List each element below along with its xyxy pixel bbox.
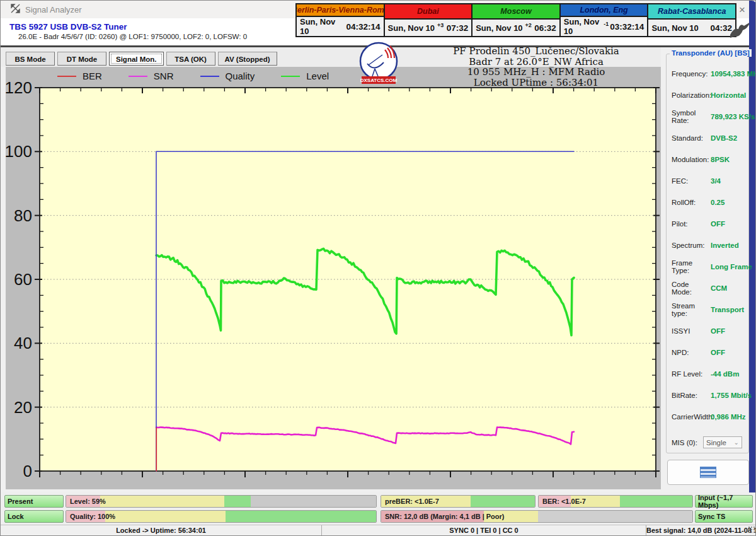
field-label: RollOff: (672, 199, 711, 206)
transponder-field-issyi: ISSYIOFF (672, 323, 745, 339)
chart-panel: 020406080100120 BERSNRQualityLevel (6, 67, 661, 489)
clock-london-eng: London, EngSun, Nov 10-103:32:14 (559, 4, 648, 36)
transponder-field-stream-type: Stream type:Transport (672, 301, 745, 318)
bar-label: SNR: 12,0 dB (Margin: 4,1 dB | Poor) (385, 511, 505, 522)
transponder-field-rf-level: RF Level:-44 dBm (672, 366, 745, 382)
signal-chart: 020406080100120 (6, 67, 661, 489)
field-label: CarrierWidth: (672, 413, 711, 421)
status-bar-ber: BER: <1.0E-7 (538, 495, 693, 508)
svg-text:100: 100 (6, 142, 32, 161)
field-value: -44 dBm (711, 370, 739, 378)
eagle-logo (729, 21, 752, 41)
bar-label: BER: <1.0E-7 (542, 496, 586, 507)
clock-date: Sun, Nov 10 (476, 23, 522, 33)
legend-label: Level (306, 71, 329, 81)
legend-label: SNR (154, 71, 174, 81)
bar-segment (226, 511, 376, 522)
field-label: Standard: (672, 134, 711, 142)
list-icon (700, 467, 716, 478)
legend-swatch-level (281, 76, 300, 77)
field-label: Stream type: (672, 302, 711, 317)
field-value: OFF (711, 220, 725, 228)
stream-list-button[interactable] (667, 460, 749, 485)
field-value: 8PSK (711, 156, 730, 163)
transponder-field-pilot: Pilot:OFF (672, 216, 745, 232)
button-dt-mode[interactable]: DT Mode (57, 52, 106, 66)
statusbar-lock-uptime: Locked -> Uptime: 56:34:01 (1, 525, 322, 535)
status-box-present: Present (4, 495, 64, 508)
clock-city-label: Moscow (472, 4, 559, 20)
field-label: ISSYI (672, 327, 711, 335)
clock-city-label: Berlin-Paris-Vienna-Roma (297, 4, 384, 17)
close-icon[interactable]: × (739, 4, 745, 15)
clock-dubai: DubaiSun, Nov 10+307:32 (384, 4, 472, 36)
chevron-down-icon: ⌄ (734, 439, 739, 446)
svg-text:120: 120 (6, 78, 32, 97)
window-title: Signal Analyzer (25, 5, 82, 15)
clock-date: Sun, Nov 10 (388, 23, 435, 33)
field-label: Polarization: (672, 91, 711, 99)
transponder-field-npd: NPD:OFF (672, 344, 745, 361)
field-label: Symbol Rate: (672, 109, 711, 124)
field-label: Spectrum: (672, 242, 711, 249)
transponder-field-spectrum: Spectrum:Inverted (672, 237, 745, 253)
field-value: OFF (711, 349, 725, 356)
status-bar-quality: Quality: 100% (66, 510, 377, 523)
field-value: DVB-S2 (711, 134, 737, 142)
transponder-field-carrierwidth: CarrierWidth:0,986 MHz (672, 409, 745, 425)
svg-text:DXSATCS.COM: DXSATCS.COM (360, 78, 398, 83)
legend-item-level: Level (281, 71, 329, 81)
bar-label: Level: 59% (70, 496, 106, 507)
site-line-3: 10 955 MHz_H : MFM Radio (410, 67, 662, 78)
transponder-field-symbol-rate: Symbol Rate:789,923 KS/s (672, 108, 745, 125)
resize-grip[interactable] (748, 526, 755, 533)
transponder-field-code-mode: Code Mode:CCM (672, 280, 745, 296)
clock-city-label: Dubai (385, 4, 472, 20)
tuner-title: TBS 5927 USB DVB-S2 Tuner (9, 22, 127, 32)
legend-item-quality: Quality (200, 71, 255, 81)
legend-item-snr: SNR (129, 71, 174, 81)
status-rows: PresentLevel: 59%preBER: <1.0E-7BER: <1.… (1, 492, 756, 524)
field-value: 0,986 MHz (711, 413, 746, 421)
clock-city-label: London, Eng (561, 4, 648, 17)
clock-date: Sun, Nov 10 (564, 17, 602, 36)
tuner-subtitle: 26.0E - Badr 4/5/6/7 (ID: 0260) @ LOF1: … (18, 33, 247, 40)
bar-label: preBER: <1.0E-7 (385, 496, 439, 507)
clock-time-row: Sun, Nov 1004:32 (648, 20, 735, 36)
field-value: Horizontal (711, 91, 746, 99)
field-label: FEC: (672, 177, 711, 185)
transponder-field-frame-type: Frame Type:Long Frame (672, 259, 745, 275)
transponder-title: Transponder (AU) [BS] (670, 49, 752, 57)
world-clocks: Berlin-Paris-Vienna-RomaSun, Nov 1004:32… (295, 3, 736, 37)
field-value: Long Frame (711, 263, 752, 271)
svg-text:40: 40 (14, 334, 32, 352)
clock-time: 06:32 (534, 23, 556, 33)
status-bar: Locked -> Uptime: 56:34:01 SYNC 0 | TEI … (1, 525, 756, 536)
field-value: 1,755 Mbit/s (711, 392, 752, 399)
button-signal-mon[interactable]: Signal Mon. (109, 52, 164, 66)
transponder-group: Frequency:10954,383 MHzPolarization:Hori… (666, 54, 749, 453)
field-label: Pilot: (672, 220, 711, 228)
site-line-1: PF Prodelin 450_Lučenec/Slovakia (410, 46, 662, 57)
clock-time: 03:32:14 (610, 22, 644, 32)
bar-segment (620, 496, 692, 507)
clock-time: 07:32 (447, 23, 469, 33)
bar-segment (471, 496, 535, 507)
signal-analyzer-window: Signal Analyzer TBS 5927 USB DVB-S2 Tune… (0, 0, 756, 536)
field-label: Frequency: (672, 70, 711, 78)
button-av-stopped[interactable]: AV (Stopped) (218, 52, 277, 66)
field-label: NPD: (672, 349, 711, 356)
status-bar-level: Level: 59% (66, 495, 377, 508)
field-label: Modulation: (672, 156, 711, 163)
bar-segment (251, 496, 376, 507)
clock-rabat-casablanca: Rabat-CasablancaSun, Nov 1004:32 (647, 4, 735, 36)
transponder-field-standard: Standard:DVB-S2 (672, 130, 745, 146)
field-value: Inverted (711, 242, 739, 249)
bar-segment (105, 511, 226, 522)
bar-segment (100, 496, 224, 507)
button-tsa-ok[interactable]: TSA (OK) (166, 52, 215, 66)
status-bar-snr: SNR: 12,0 dB (Margin: 4,1 dB | Poor) (381, 510, 693, 523)
button-bs-mode[interactable]: BS Mode (6, 52, 55, 66)
field-value: Transport (711, 306, 744, 313)
mis-dropdown[interactable]: Single⌄ (703, 436, 742, 448)
